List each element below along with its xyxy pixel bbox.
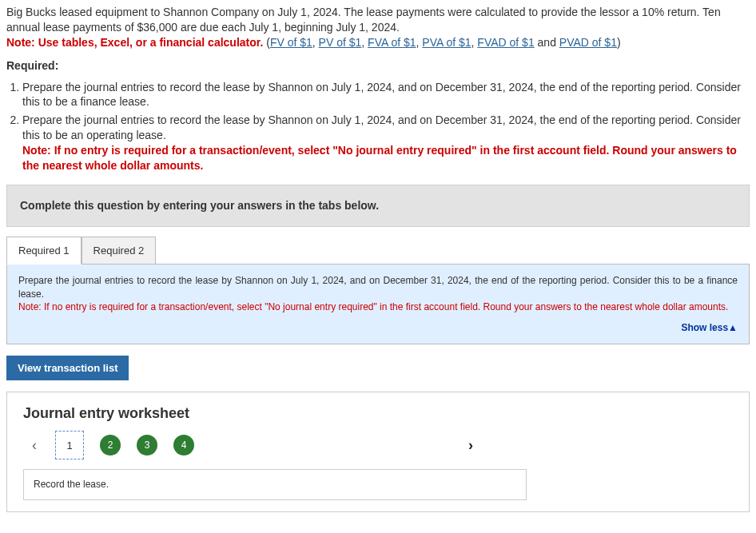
step-3[interactable]: 3 <box>137 435 157 455</box>
requirement-2: Prepare the journal entries to record th… <box>22 113 750 173</box>
view-transaction-list-button[interactable]: View transaction list <box>6 356 129 380</box>
tab-content: Prepare the journal entries to record th… <box>6 265 750 344</box>
entry-prompt-box: Record the lease. <box>23 469 527 499</box>
link-fv[interactable]: FV of $1 <box>270 36 312 49</box>
show-less-label: Show less <box>681 322 728 333</box>
link-fva[interactable]: FVA of $1 <box>368 36 416 49</box>
intro-note: Note: Use tables, Excel, or a financial … <box>6 36 263 49</box>
pager-next-icon[interactable]: › <box>460 434 482 456</box>
requirement-inline-note: Note: If no entry is required for a tran… <box>22 143 750 173</box>
step-4[interactable]: 4 <box>173 435 194 455</box>
link-pv[interactable]: PV of $1 <box>319 36 362 49</box>
worksheet-title: Journal entry worksheet <box>23 404 733 423</box>
question-intro: Big Bucks leased equipment to Shannon Co… <box>6 5 750 50</box>
tab-content-note: Note: If no entry is required for a tran… <box>18 300 738 313</box>
complete-instructions: Complete this question by entering your … <box>6 185 750 227</box>
intro-text: Big Bucks leased equipment to Shannon Co… <box>6 6 721 34</box>
tab-required-2[interactable]: Required 2 <box>82 237 157 265</box>
tab-required-1[interactable]: Required 1 <box>6 237 82 265</box>
required-heading: Required: <box>6 58 750 74</box>
step-2[interactable]: 2 <box>100 435 121 455</box>
journal-worksheet: Journal entry worksheet ‹ 1 2 3 4 › Reco… <box>6 392 750 511</box>
link-pvad[interactable]: PVAD of $1 <box>559 36 617 49</box>
worksheet-pager: ‹ 1 2 3 4 › <box>23 431 733 459</box>
caret-up-icon: ▲ <box>728 322 738 333</box>
requirement-1: Prepare the journal entries to record th… <box>22 80 750 110</box>
pager-prev-icon[interactable]: ‹ <box>23 434 46 456</box>
requirement-2-text: Prepare the journal entries to record th… <box>22 113 741 141</box>
tabs-row: Required 1 Required 2 <box>6 237 750 265</box>
show-less-toggle[interactable]: Show less▲ <box>18 321 738 334</box>
link-pva[interactable]: PVA of $1 <box>422 36 471 49</box>
requirements-list: Prepare the journal entries to record th… <box>22 80 750 173</box>
tab-content-body: Prepare the journal entries to record th… <box>18 274 738 300</box>
link-fvad[interactable]: FVAD of $1 <box>477 36 534 49</box>
step-current[interactable]: 1 <box>55 431 84 459</box>
